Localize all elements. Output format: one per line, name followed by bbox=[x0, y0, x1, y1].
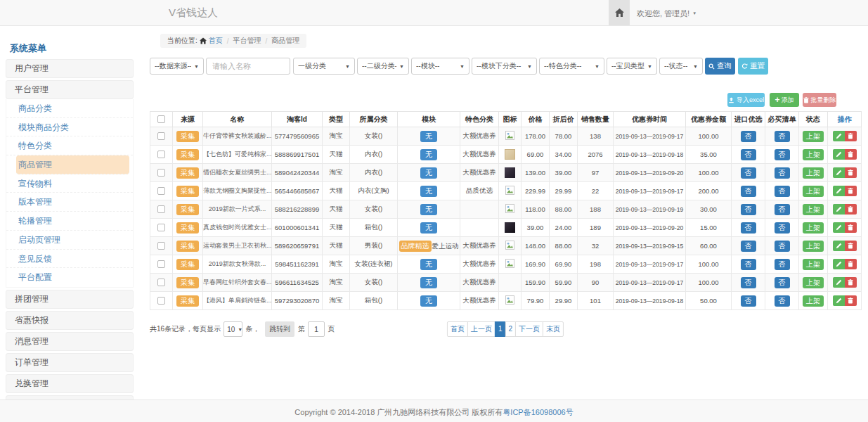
row-checkbox[interactable] bbox=[157, 205, 165, 213]
level1-category-select[interactable]: 一级分类▼ bbox=[293, 58, 355, 75]
edit-button[interactable] bbox=[833, 277, 845, 288]
mustbuy-no-badge[interactable]: 否 bbox=[775, 204, 790, 215]
sidebar-item[interactable]: 启动页管理 bbox=[6, 231, 133, 250]
delete-button[interactable] bbox=[845, 295, 857, 306]
edit-button[interactable] bbox=[833, 149, 845, 160]
delete-button[interactable] bbox=[845, 241, 857, 251]
sidebar-group-header[interactable]: 省惠快报 bbox=[6, 311, 134, 330]
status-badge[interactable]: 上架 bbox=[803, 295, 824, 307]
sidebar-group-header[interactable]: 平台管理 bbox=[6, 80, 134, 99]
sidebar-item[interactable]: 特色分类 bbox=[6, 136, 133, 155]
import-no-badge[interactable]: 否 bbox=[741, 259, 756, 270]
edit-button[interactable] bbox=[833, 204, 845, 215]
item-type-select[interactable]: --宝贝类型--▼ bbox=[607, 58, 657, 75]
mustbuy-no-badge[interactable]: 否 bbox=[775, 131, 790, 142]
feature-category-select[interactable]: --特色分类--▼ bbox=[539, 58, 604, 75]
row-checkbox[interactable] bbox=[157, 169, 165, 177]
edit-button[interactable] bbox=[833, 131, 845, 141]
row-checkbox[interactable] bbox=[157, 279, 165, 286]
page-button[interactable]: 首页 bbox=[447, 321, 468, 337]
row-checkbox[interactable] bbox=[157, 151, 165, 158]
import-no-badge[interactable]: 否 bbox=[741, 295, 756, 307]
row-checkbox[interactable] bbox=[157, 242, 165, 250]
import-no-badge[interactable]: 否 bbox=[741, 222, 756, 234]
mustbuy-no-badge[interactable]: 否 bbox=[775, 222, 790, 234]
import-no-badge[interactable]: 否 bbox=[741, 131, 756, 142]
import-no-badge[interactable]: 否 bbox=[741, 277, 756, 288]
row-checkbox[interactable] bbox=[157, 187, 165, 195]
add-button[interactable]: + 添加 bbox=[770, 93, 799, 107]
sidebar-group-header[interactable]: 消息管理 bbox=[6, 332, 134, 351]
icp-link[interactable]: 粤ICP备16098006号 bbox=[503, 408, 573, 416]
status-badge[interactable]: 上架 bbox=[803, 241, 824, 252]
mustbuy-no-badge[interactable]: 否 bbox=[775, 241, 790, 252]
sidebar-item[interactable]: 商品管理 bbox=[16, 155, 129, 174]
status-badge[interactable]: 上架 bbox=[803, 259, 824, 270]
import-no-badge[interactable]: 否 bbox=[741, 167, 756, 179]
reset-button[interactable]: 重置 bbox=[738, 58, 768, 75]
sidebar-group-header[interactable]: 订单管理 bbox=[6, 353, 134, 372]
delete-button[interactable] bbox=[845, 186, 857, 196]
sidebar-item[interactable]: 模块商品分类 bbox=[6, 118, 133, 137]
row-checkbox[interactable] bbox=[157, 297, 165, 305]
row-checkbox[interactable] bbox=[157, 260, 165, 268]
home-button[interactable] bbox=[609, 0, 630, 25]
page-button[interactable]: 末页 bbox=[543, 321, 564, 337]
name-search-input[interactable] bbox=[206, 58, 290, 75]
edit-button[interactable] bbox=[833, 295, 845, 306]
mustbuy-no-badge[interactable]: 否 bbox=[775, 149, 790, 160]
data-source-select[interactable]: --数据来源--▼ bbox=[150, 58, 204, 75]
mustbuy-no-badge[interactable]: 否 bbox=[775, 277, 790, 288]
edit-button[interactable] bbox=[833, 186, 845, 196]
query-button[interactable]: 查询 bbox=[705, 58, 735, 75]
delete-button[interactable] bbox=[845, 167, 857, 178]
import-no-badge[interactable]: 否 bbox=[741, 204, 756, 215]
sidebar-item[interactable]: 版本管理 bbox=[6, 193, 133, 212]
mustbuy-no-badge[interactable]: 否 bbox=[775, 186, 790, 197]
page-button[interactable]: 2 bbox=[505, 321, 517, 337]
edit-button[interactable] bbox=[833, 259, 845, 269]
import-no-badge[interactable]: 否 bbox=[741, 186, 756, 197]
row-checkbox[interactable] bbox=[157, 132, 165, 140]
delete-button[interactable] bbox=[845, 149, 857, 160]
delete-button[interactable] bbox=[845, 277, 857, 288]
mustbuy-no-badge[interactable]: 否 bbox=[775, 167, 790, 179]
jump-button[interactable]: 跳转到 bbox=[265, 321, 294, 337]
module-select[interactable]: --模块--▼ bbox=[411, 58, 469, 75]
edit-button[interactable] bbox=[833, 241, 845, 251]
edit-button[interactable] bbox=[833, 167, 845, 178]
sidebar-group-header[interactable]: 拼团管理 bbox=[6, 290, 134, 309]
sidebar-item[interactable]: 轮播管理 bbox=[6, 212, 133, 231]
page-button[interactable]: 下一页 bbox=[515, 321, 543, 337]
delete-button[interactable] bbox=[845, 259, 857, 269]
module-subcategory-select[interactable]: --模块下分类--▼ bbox=[472, 58, 537, 75]
select-all-checkbox[interactable] bbox=[157, 115, 165, 123]
status-badge[interactable]: 上架 bbox=[803, 131, 824, 142]
status-badge[interactable]: 上架 bbox=[803, 277, 824, 288]
status-select[interactable]: --状态--▼ bbox=[659, 58, 703, 75]
delete-button[interactable] bbox=[845, 131, 857, 141]
level2-category-select[interactable]: --二级分类--▼ bbox=[357, 58, 409, 75]
sidebar-item[interactable]: 商品分类 bbox=[6, 99, 133, 118]
delete-button[interactable] bbox=[845, 204, 857, 215]
status-badge[interactable]: 上架 bbox=[803, 186, 824, 197]
status-badge[interactable]: 上架 bbox=[803, 204, 824, 215]
status-badge[interactable]: 上架 bbox=[803, 222, 824, 234]
page-number-input[interactable] bbox=[308, 321, 325, 337]
sidebar-item[interactable]: 意见反馈 bbox=[6, 250, 133, 269]
mustbuy-no-badge[interactable]: 否 bbox=[775, 295, 790, 307]
import-no-badge[interactable]: 否 bbox=[741, 241, 756, 252]
row-checkbox[interactable] bbox=[157, 224, 165, 231]
mustbuy-no-badge[interactable]: 否 bbox=[775, 259, 790, 270]
batch-delete-button[interactable]: 批量删除 bbox=[803, 93, 836, 107]
breadcrumb-home-link[interactable]: 首页 bbox=[209, 36, 223, 46]
page-button[interactable]: 上一页 bbox=[467, 321, 495, 337]
sidebar-group-header[interactable]: 兑换管理 bbox=[6, 374, 134, 393]
sidebar-item[interactable]: 平台配置 bbox=[6, 268, 133, 287]
import-no-badge[interactable]: 否 bbox=[741, 149, 756, 160]
page-button[interactable]: 1 bbox=[495, 321, 506, 337]
status-badge[interactable]: 上架 bbox=[803, 149, 824, 160]
sidebar-item[interactable]: 宣传物料 bbox=[6, 174, 133, 193]
edit-button[interactable] bbox=[833, 222, 845, 233]
delete-button[interactable] bbox=[845, 222, 857, 233]
